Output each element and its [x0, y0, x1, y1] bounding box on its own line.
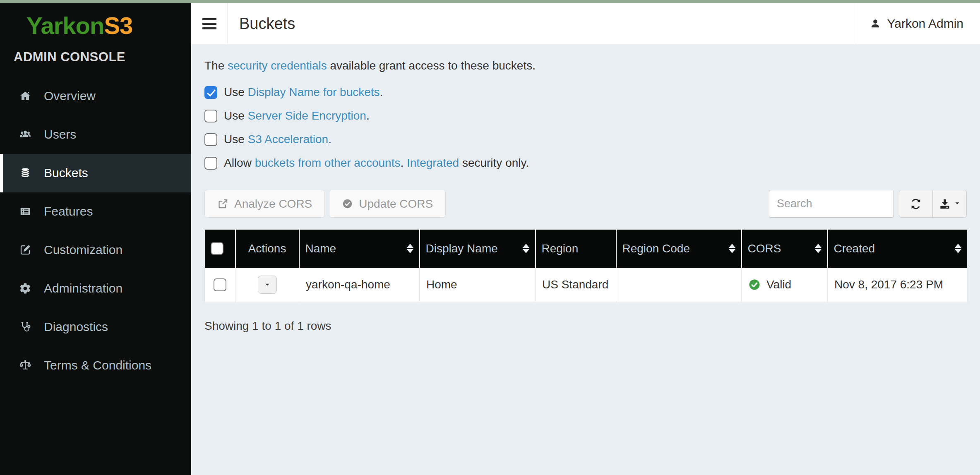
sidebar-item-features[interactable]: Features	[0, 192, 191, 231]
update-cors-button[interactable]: Update CORS	[329, 190, 446, 218]
user-menu[interactable]: Yarkon Admin	[856, 3, 980, 44]
user-icon	[870, 18, 881, 29]
table-buttons-group	[899, 190, 967, 218]
sidebar-item-overview[interactable]: Overview	[0, 77, 191, 115]
option-s3-acceleration: Use S3 Acceleration.	[204, 131, 967, 148]
display-name-checkbox[interactable]	[204, 86, 217, 99]
option-text: Use Display Name for buckets.	[224, 86, 383, 99]
sort-icon[interactable]	[951, 244, 961, 253]
column-header-region-code[interactable]: Region Code	[616, 230, 742, 268]
other-accounts-link[interactable]: buckets from other accounts	[255, 156, 401, 169]
gear-icon	[19, 282, 37, 295]
stethoscope-icon	[19, 320, 37, 333]
content: The security credentials available grant…	[191, 44, 980, 333]
user-name: Yarkon Admin	[887, 17, 963, 31]
description-post: available grant access to these buckets.	[327, 59, 536, 72]
option-other-accounts: Allow buckets from other accounts. Integ…	[204, 155, 967, 171]
valid-check-icon	[748, 278, 761, 291]
security-credentials-link[interactable]: security credentials	[228, 59, 327, 72]
edit-icon	[19, 243, 37, 257]
refresh-icon	[910, 198, 922, 210]
s3-acceleration-link[interactable]: S3 Acceleration	[248, 133, 329, 146]
option-display-name: Use Display Name for buckets.	[204, 84, 967, 101]
sidebar-section-label: ADMIN CONSOLE	[14, 50, 191, 65]
app-window: YarkonS3 ADMIN CONSOLE Overview Users Bu…	[0, 0, 980, 475]
app-logo[interactable]: YarkonS3	[0, 3, 191, 39]
row-display-name-cell: Home	[420, 268, 536, 302]
sidebar-item-label: Users	[44, 127, 76, 142]
sidebar-item-customization[interactable]: Customization	[0, 231, 191, 269]
caret-down-icon	[264, 281, 271, 288]
external-link-icon	[217, 198, 228, 209]
sidebar-item-label: Overview	[44, 89, 96, 103]
option-text: Use Server Side Encryption.	[224, 109, 370, 122]
caret-down-icon	[954, 199, 961, 208]
display-name-link[interactable]: Display Name for buckets	[248, 86, 380, 98]
logo-text-s3: S3	[104, 12, 132, 39]
page-title: Buckets	[239, 15, 295, 33]
row-created-cell: Nov 8, 2017 6:23 PM	[828, 268, 968, 302]
sidebar-item-label: Features	[44, 204, 93, 218]
analyze-cors-button[interactable]: Analyze CORS	[204, 190, 325, 218]
table-toolbar: Analyze CORS Update CORS	[204, 190, 967, 218]
refresh-button[interactable]	[899, 190, 933, 218]
database-icon	[19, 166, 37, 180]
page-header: Buckets Yarkon Admin	[191, 3, 980, 44]
toolbar-right	[769, 190, 967, 218]
row-cors-cell: Valid	[742, 268, 828, 302]
sidebar-item-users[interactable]: Users	[0, 115, 191, 154]
home-icon	[19, 89, 37, 103]
column-header-region: Region	[536, 230, 616, 268]
search-input[interactable]	[769, 190, 894, 218]
list-icon	[19, 205, 37, 218]
integrated-link[interactable]: Integrated	[407, 156, 459, 169]
s3-acceleration-checkbox[interactable]	[204, 133, 217, 146]
option-text: Use S3 Acceleration.	[224, 133, 331, 146]
row-region-code-cell	[616, 268, 742, 302]
option-text: Allow buckets from other accounts. Integ…	[224, 156, 529, 170]
sidebar-item-label: Diagnostics	[44, 320, 108, 334]
export-button[interactable]	[933, 190, 967, 218]
sort-icon[interactable]	[404, 244, 413, 253]
row-actions-cell	[235, 268, 299, 302]
sse-checkbox[interactable]	[204, 110, 217, 122]
cors-status-text: Valid	[766, 278, 791, 291]
logo-text-yarkon: Yarkon	[26, 12, 104, 39]
select-all-header	[205, 230, 235, 268]
row-region-cell: US Standard	[536, 268, 616, 302]
description-pre: The	[204, 59, 228, 72]
option-sse: Use Server Side Encryption.	[204, 108, 967, 124]
row-actions-dropdown[interactable]	[258, 276, 277, 294]
table-row: yarkon-qa-home Home US Standard Valid No…	[205, 268, 968, 302]
table-header-row: Actions Name Display Name Region Region …	[205, 230, 968, 268]
sidebar-item-terms[interactable]: Terms & Conditions	[0, 346, 191, 385]
sidebar-item-administration[interactable]: Administration	[0, 269, 191, 308]
sidebar-item-label: Administration	[44, 281, 122, 295]
menu-toggle-button[interactable]	[191, 3, 228, 44]
pagination-summary: Showing 1 to 1 of 1 rows	[204, 319, 967, 333]
analyze-cors-label: Analyze CORS	[234, 197, 312, 211]
select-all-checkbox[interactable]	[211, 242, 223, 255]
update-cors-label: Update CORS	[359, 197, 433, 211]
column-header-actions: Actions	[235, 230, 299, 268]
row-select-checkbox[interactable]	[214, 278, 226, 291]
sidebar-item-label: Terms & Conditions	[44, 358, 151, 372]
sse-link[interactable]: Server Side Encryption	[248, 109, 366, 122]
column-header-display-name[interactable]: Display Name	[420, 230, 536, 268]
other-accounts-checkbox[interactable]	[204, 157, 217, 170]
download-icon	[939, 198, 951, 210]
options-list: Use Display Name for buckets. Use Server…	[204, 84, 967, 171]
scale-icon	[19, 359, 37, 372]
column-header-name[interactable]: Name	[299, 230, 420, 268]
column-header-created[interactable]: Created	[828, 230, 968, 268]
sort-icon[interactable]	[519, 244, 529, 253]
row-name-cell: yarkon-qa-home	[299, 268, 420, 302]
buckets-table: Actions Name Display Name Region Region …	[204, 229, 968, 302]
column-header-cors[interactable]: CORS	[742, 230, 828, 268]
sidebar-item-buckets[interactable]: Buckets	[0, 154, 191, 192]
check-circle-icon	[342, 198, 353, 209]
sort-icon[interactable]	[812, 244, 821, 253]
sidebar-item-label: Buckets	[44, 166, 88, 180]
sidebar-item-diagnostics[interactable]: Diagnostics	[0, 308, 191, 346]
sort-icon[interactable]	[725, 244, 735, 253]
